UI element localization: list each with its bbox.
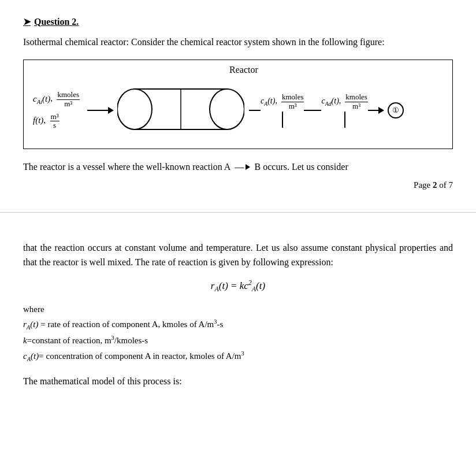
conclusion-text: The mathematical model of this process i… (23, 374, 453, 389)
pipe-line-1 (249, 110, 261, 111)
mid-section: cA(t), kmoles m³ (261, 93, 304, 128)
where-section: where rA(t) = rate of reaction of compon… (23, 302, 453, 365)
flow-units: m³ s (50, 113, 60, 130)
pipe-line-3 (368, 110, 378, 111)
diagram-inner: cAi(t), kmoles m³ f(t), m³ s (33, 83, 443, 138)
flow-label: f(t), m³ s (33, 113, 85, 130)
reactor-label: Reactor (229, 65, 258, 75)
outlet-units: kmoles m³ (345, 93, 368, 110)
description-text: The reactor is a vessel where the well-k… (23, 160, 453, 175)
page-number: Page 2 of 7 (23, 180, 453, 190)
right-label-section: cAd(t), kmoles m³ (321, 93, 367, 128)
pipe-line-2 (304, 110, 321, 111)
page-bottom: that the reaction occurs at constant vol… (0, 223, 476, 410)
outlet-arrowhead (378, 107, 384, 114)
definition-ra: rA(t) = rate of reaction of component A,… (23, 317, 453, 333)
inlet-units: kmoles m³ (57, 91, 80, 108)
inlet-arrow (87, 107, 114, 114)
right-section: cA(t), kmoles m³ cAd(t), (249, 93, 443, 128)
diagram-container: Reactor cAi(t), kmoles m³ f(t), m³ s (23, 60, 453, 149)
outlet-circle: ① (388, 102, 404, 118)
vertical-tick-mid (282, 112, 283, 128)
left-labels: cAi(t), kmoles m³ f(t), m³ s (33, 91, 85, 129)
continuation-text: that the reaction occurs at constant vol… (23, 240, 453, 270)
inlet-concentration-label: cAi(t), kmoles m³ (33, 91, 85, 108)
mid-concentration-label: cA(t), kmoles m³ (261, 93, 304, 110)
svg-point-1 (210, 89, 244, 129)
svg-point-0 (117, 89, 152, 129)
arrow-symbol: ➤ (23, 16, 31, 27)
reactor-vessel-svg (117, 83, 244, 138)
where-label: where (23, 302, 453, 317)
rate-equation: rA(t) = kc2A(t) (23, 279, 453, 294)
page-divider (0, 212, 476, 213)
question-heading: ➤ Question 2. (23, 16, 453, 27)
page-top: ➤ Question 2. Isothermal chemical reacto… (0, 0, 476, 202)
definition-ca: cA(t)= concentration of component A in r… (23, 348, 453, 365)
mid-units: kmoles m³ (281, 93, 304, 110)
intro-text: Isothermal chemical reactor: Consider th… (23, 35, 453, 49)
question-title: Question 2. (34, 17, 79, 27)
vertical-tick-right (344, 112, 345, 128)
outlet-concentration-label: cAd(t), kmoles m³ (321, 93, 367, 110)
definition-k: k=constant of reaction, m3/kmoles-s (23, 333, 453, 348)
